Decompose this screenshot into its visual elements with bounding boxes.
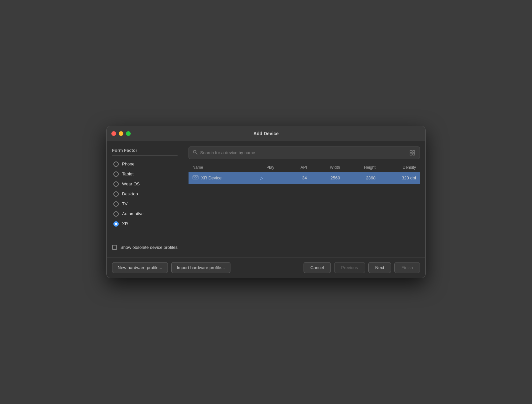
form-factor-heading: Form Factor (112, 148, 178, 156)
previous-button[interactable]: Previous (334, 262, 365, 273)
search-input[interactable] (200, 150, 406, 155)
radio-label-phone: Phone (122, 161, 135, 166)
radio-circle-phone (113, 161, 119, 167)
radio-label-xr: XR (122, 221, 128, 226)
radio-label-automotive: Automotive (122, 211, 144, 216)
radio-item-tv[interactable]: TV (112, 200, 178, 208)
minimize-button[interactable] (119, 131, 123, 136)
svg-point-7 (195, 176, 197, 178)
svg-rect-2 (410, 151, 412, 152)
radio-circle-wear-os (113, 181, 119, 187)
radio-item-tablet[interactable]: Tablet (112, 170, 178, 178)
device-type-icon (193, 175, 199, 181)
radio-circle-tv (113, 201, 119, 207)
radio-item-phone[interactable]: Phone (112, 160, 178, 168)
main-content: Form Factor Phone Tablet Wear OS Desktop (107, 141, 425, 257)
radio-circle-desktop (113, 191, 119, 197)
add-device-dialog: Add Device Form Factor Phone Tablet Wear… (106, 126, 426, 278)
next-button[interactable]: Next (368, 262, 391, 273)
radio-label-tv: TV (122, 201, 128, 206)
title-bar: Add Device (107, 126, 425, 141)
svg-rect-4 (410, 153, 412, 155)
svg-rect-3 (413, 151, 415, 152)
device-density-cell: 320 dpi (380, 172, 420, 184)
svg-line-1 (196, 152, 198, 154)
play-button[interactable]: ▷ (260, 175, 263, 180)
maximize-button[interactable] (126, 131, 131, 136)
radio-label-desktop: Desktop (122, 191, 138, 196)
show-obsolete-label: Show obsolete device profiles (120, 245, 178, 251)
close-button[interactable] (111, 131, 116, 136)
search-icon (193, 150, 198, 156)
radio-label-tablet: Tablet (122, 171, 134, 176)
device-name-text: XR Device (201, 175, 221, 180)
radio-circle-tablet (113, 171, 119, 177)
col-header-api: API (285, 163, 311, 172)
device-width-cell: 2560 (311, 172, 344, 184)
device-height-cell: 2368 (344, 172, 380, 184)
device-api-cell: 34 (285, 172, 311, 184)
sidebar-divider (112, 239, 178, 239)
col-header-name: Name (189, 163, 256, 172)
radio-circle-automotive (113, 211, 119, 217)
cancel-button[interactable]: Cancel (304, 262, 331, 273)
show-obsolete-checkbox-item[interactable]: Show obsolete device profiles (112, 245, 178, 251)
import-hardware-profile-button[interactable]: Import hardware profile... (171, 262, 231, 273)
col-header-width: Width (311, 163, 344, 172)
search-bar (189, 147, 420, 159)
new-hardware-profile-button[interactable]: New hardware profile... (112, 262, 168, 273)
show-obsolete-checkbox[interactable] (112, 245, 117, 250)
device-play-cell: ▷ (256, 172, 285, 184)
finish-button: Finish (394, 262, 420, 273)
radio-item-desktop[interactable]: Desktop (112, 190, 178, 198)
bottom-bar: New hardware profile... Import hardware … (107, 257, 425, 278)
form-factor-radio-group: Phone Tablet Wear OS Desktop TV (112, 160, 178, 228)
col-header-height: Height (344, 163, 380, 172)
content-area: Name Play API Width Height Density (183, 141, 425, 257)
window-controls (111, 131, 131, 136)
dialog-title: Add Device (253, 131, 279, 136)
device-name-cell: XR Device (189, 172, 256, 184)
radio-item-xr[interactable]: XR (112, 220, 178, 228)
col-header-density: Density (380, 163, 420, 172)
table-row[interactable]: XR Device ▷3425602368320 dpi (189, 172, 420, 184)
radio-item-wear-os[interactable]: Wear OS (112, 180, 178, 188)
device-table: Name Play API Width Height Density (189, 163, 420, 252)
table-view-button[interactable] (409, 150, 416, 156)
radio-circle-xr (113, 221, 119, 227)
svg-rect-5 (413, 153, 415, 155)
radio-item-automotive[interactable]: Automotive (112, 210, 178, 218)
sidebar: Form Factor Phone Tablet Wear OS Desktop (107, 141, 183, 257)
col-header-play: Play (256, 163, 285, 172)
svg-rect-6 (193, 176, 198, 179)
radio-label-wear-os: Wear OS (122, 181, 140, 186)
